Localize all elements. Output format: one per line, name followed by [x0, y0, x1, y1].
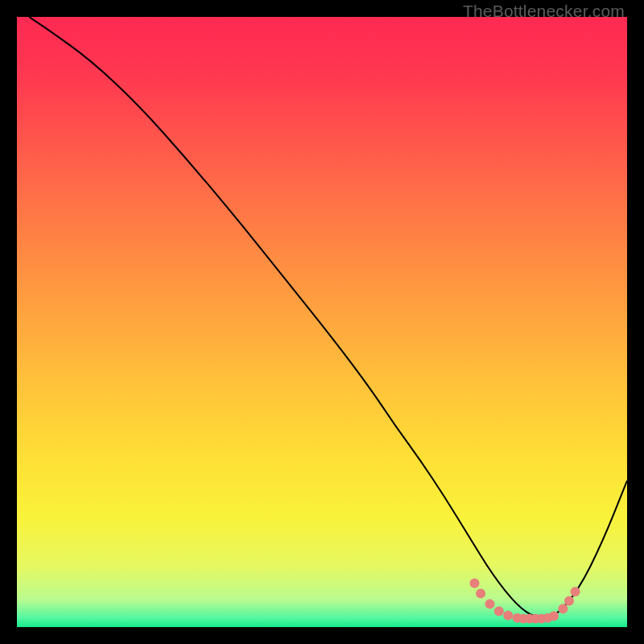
marker-point — [571, 587, 580, 597]
chart-frame — [17, 17, 627, 627]
chart-svg — [17, 17, 627, 627]
marker-point — [549, 611, 559, 621]
marker-point — [503, 611, 513, 621]
marker-point — [476, 588, 485, 598]
marker-point — [485, 599, 494, 609]
watermark-text: TheBottlenecker.com — [463, 2, 625, 21]
chart-background — [17, 17, 627, 627]
marker-point — [470, 578, 480, 588]
marker-point — [564, 596, 574, 605]
marker-point — [558, 604, 568, 613]
marker-point — [494, 606, 504, 616]
